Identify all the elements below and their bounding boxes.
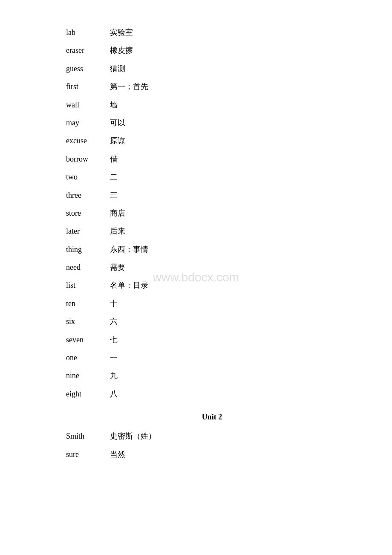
vocab-english: wall [66,98,102,112]
vocab-item: may可以 [66,116,358,130]
vocab-english: sure [66,448,102,461]
vocab-chinese: 当然 [110,448,125,461]
vocab-english: first [66,80,102,93]
vocab-english: seven [66,333,102,347]
vocab-item: eight八 [66,387,358,401]
vocab-english: lab [66,26,102,39]
vocab-chinese: 十 [110,297,118,310]
vocab-chinese: 借 [110,152,118,166]
vocab-chinese: 猜测 [110,62,125,75]
vocab-english: borrow [66,152,102,166]
vocab-chinese: 九 [110,369,118,382]
vocab-chinese: 东西；事情 [110,243,148,256]
vocab-chinese: 后来 [110,224,125,238]
vocab-item: wall墙 [66,98,358,112]
vocab-english: later [66,224,102,238]
vocab-chinese: 六 [110,315,118,328]
vocab-chinese: 七 [110,333,118,347]
vocab-item: list名单；目录 [66,278,358,292]
vocab-chinese: 原谅 [110,134,125,147]
vocab-english: list [66,278,102,292]
vocab-item: need需要 [66,260,358,274]
vocab-chinese: 三 [110,188,118,202]
vocab-chinese: 橡皮擦 [110,43,133,57]
vocab-english: one [66,351,102,364]
vocab-english: ten [66,297,102,310]
vocab-item: ten十 [66,297,358,310]
vocab-item: guess猜测 [66,62,358,75]
vocab-english: need [66,260,102,274]
vocab-english: store [66,206,102,220]
vocab-english: guess [66,62,102,75]
vocab-item: one一 [66,351,358,364]
vocab-item: three三 [66,188,358,202]
vocab-english: eight [66,387,102,401]
vocab-chinese: 实验室 [110,26,133,39]
vocab-english: eraser [66,43,102,57]
vocab-chinese: 史密斯（姓） [110,429,156,443]
vocab-chinese: 二 [110,170,118,184]
vocab-item: sure当然 [66,448,358,461]
vocab-english: may [66,116,102,130]
vocab-item: seven七 [66,333,358,347]
page-container: www.bdocx.com lab实验室eraser橡皮擦guess猜测firs… [0,0,392,491]
vocab-item: Smith史密斯（姓） [66,429,358,443]
vocab-item: nine九 [66,369,358,382]
vocab-item: excuse原谅 [66,134,358,147]
vocab-chinese: 需要 [110,260,125,274]
vocab-chinese: 第一；首先 [110,80,148,93]
vocab-chinese: 八 [110,387,118,401]
vocab-chinese: 一 [110,351,118,364]
vocab-item: thing东西；事情 [66,243,358,256]
vocab-item: six六 [66,315,358,328]
vocab-english: two [66,170,102,184]
vocab-english: excuse [66,134,102,147]
unit2-heading: Unit 2 [66,413,358,422]
vocab-item: store商店 [66,206,358,220]
vocab-english: thing [66,243,102,256]
vocab-chinese: 墙 [110,98,118,112]
vocab-item: two二 [66,170,358,184]
vocab-chinese: 商店 [110,206,125,220]
vocab-chinese: 可以 [110,116,125,130]
vocab-chinese: 名单；目录 [110,278,148,292]
vocab-item: later后来 [66,224,358,238]
vocab-item: borrow借 [66,152,358,166]
vocab-item: lab实验室 [66,26,358,39]
vocab-list: lab实验室eraser橡皮擦guess猜测first第一；首先wall墙may… [66,26,358,401]
vocab-english: six [66,315,102,328]
vocab-item: first第一；首先 [66,80,358,93]
vocab-english: three [66,188,102,202]
vocab-english: Smith [66,429,102,443]
vocab-english: nine [66,369,102,382]
unit2-vocab-list: Smith史密斯（姓）sure当然 [66,429,358,461]
vocab-item: eraser橡皮擦 [66,43,358,57]
